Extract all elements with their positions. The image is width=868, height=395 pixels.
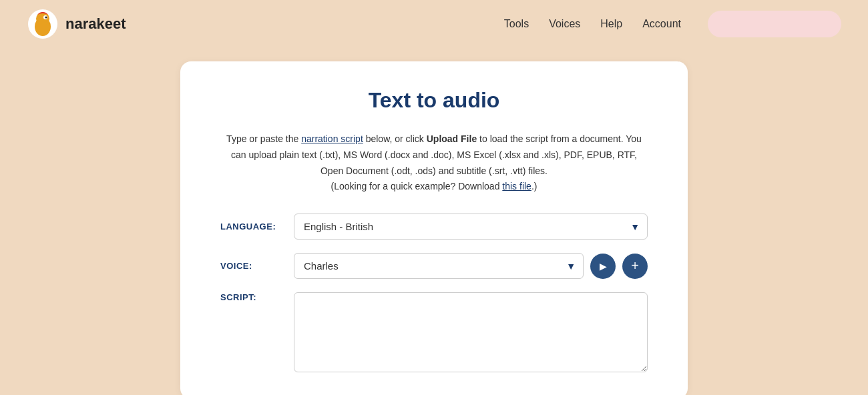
page-title: Text to audio <box>220 88 648 113</box>
logo-icon <box>27 8 59 40</box>
play-voice-button[interactable]: ▶ <box>590 254 616 279</box>
script-label: SCRIPT: <box>220 292 294 302</box>
script-textarea[interactable] <box>294 292 648 372</box>
language-label: LANGUAGE: <box>220 222 294 232</box>
desc-part-1: Type or paste the <box>226 133 301 144</box>
play-icon: ▶ <box>600 261 607 272</box>
add-voice-button[interactable]: + <box>622 254 648 279</box>
narration-script-link[interactable]: narration script <box>301 133 363 144</box>
content-card: Text to audio Type or paste the narratio… <box>180 61 688 395</box>
desc-part-2: below, or click <box>363 133 427 144</box>
description-text: Type or paste the narration script below… <box>220 131 648 195</box>
nav-account[interactable]: Account <box>642 18 681 30</box>
svg-point-2 <box>36 12 49 25</box>
header: narakeet Tools Voices Help Account <box>0 0 868 48</box>
svg-point-4 <box>45 17 47 19</box>
language-row: LANGUAGE: English - British English - US… <box>220 214 648 240</box>
script-row: SCRIPT: <box>220 292 648 372</box>
voice-label: VOICE: <box>220 261 294 271</box>
voice-select-wrapper: Charles Emma Harry Olivia ▼ <box>294 253 584 279</box>
main-content: Text to audio Type or paste the narratio… <box>0 48 868 395</box>
header-cta-button[interactable] <box>708 11 841 37</box>
nav-voices[interactable]: Voices <box>549 18 580 30</box>
language-select-wrapper: English - British English - US English -… <box>294 214 648 240</box>
language-select[interactable]: English - British English - US English -… <box>294 214 648 240</box>
this-file-link[interactable]: this file <box>502 181 531 191</box>
voice-row: VOICE: Charles Emma Harry Olivia ▼ ▶ + <box>220 253 648 279</box>
desc-part-4: (Looking for a quick example? Download <box>331 181 503 191</box>
voice-select[interactable]: Charles Emma Harry Olivia <box>294 253 584 279</box>
logo-text: narakeet <box>65 15 126 33</box>
desc-part-5: .) <box>531 181 537 191</box>
nav-tools[interactable]: Tools <box>504 18 529 30</box>
logo-area: narakeet <box>27 8 126 40</box>
voice-controls: ▶ + <box>590 254 648 279</box>
plus-icon: + <box>631 258 639 274</box>
upload-file-label: Upload File <box>427 133 477 144</box>
nav-help[interactable]: Help <box>600 18 622 30</box>
main-nav: Tools Voices Help Account <box>504 18 681 30</box>
